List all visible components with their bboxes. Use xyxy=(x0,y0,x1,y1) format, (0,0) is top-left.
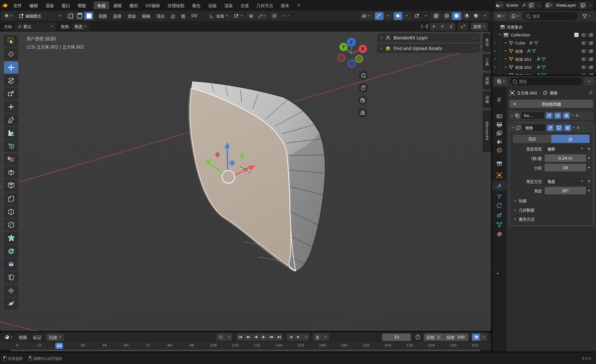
viewport-menu-视图[interactable]: 视图 xyxy=(96,13,110,19)
gizmo-dropdown[interactable] xyxy=(384,12,392,20)
shading-rendered-button[interactable] xyxy=(471,12,481,20)
jump-to-end-button[interactable] xyxy=(276,333,283,341)
viewport-menu-网格[interactable]: 网格 xyxy=(139,13,153,19)
rotate-tool[interactable] xyxy=(4,74,18,87)
timeline-menu-标记[interactable]: 标记 xyxy=(30,334,44,340)
jump-to-start-button[interactable] xyxy=(237,333,244,341)
viewlayer-icon[interactable] xyxy=(545,1,553,9)
auto-keying-toggle[interactable] xyxy=(216,333,225,341)
blender-logo-icon[interactable] xyxy=(0,3,9,8)
knife-tool[interactable] xyxy=(4,219,18,231)
animate-dot[interactable] xyxy=(588,157,590,159)
timeline-editor-type-dropdown[interactable] xyxy=(2,333,15,341)
pivot-point-dropdown[interactable] xyxy=(232,12,245,20)
outliner-row-柱体.003[interactable]: 柱体.003 xyxy=(494,71,596,75)
sidebar-tab-动画[interactable]: 动画 xyxy=(483,91,491,108)
sidebar-tab-条目[interactable]: 条目 xyxy=(483,33,491,52)
playhead[interactable]: 23 xyxy=(55,343,63,349)
frame-forward-button[interactable] xyxy=(295,333,302,341)
workspace-tab-建模[interactable]: 建模 xyxy=(110,1,125,9)
new-viewlayer-button[interactable] xyxy=(579,2,587,9)
pin-icon[interactable] xyxy=(522,3,526,7)
shear-tool[interactable] xyxy=(4,298,18,310)
face-select-mode-button[interactable] xyxy=(84,12,93,20)
add-workspace-button[interactable]: + xyxy=(293,2,304,9)
snap-with-dropdown[interactable] xyxy=(256,12,268,20)
cursor-tool[interactable] xyxy=(4,48,18,60)
next-keyframe-button[interactable] xyxy=(268,333,275,341)
mirror-axis-z-button[interactable]: Z xyxy=(447,22,455,31)
timeline-scrollbar[interactable] xyxy=(0,349,491,352)
menu-文件[interactable]: 文件 xyxy=(9,2,26,8)
show-gizmo-toggle[interactable] xyxy=(375,12,384,20)
use-preview-range-icon[interactable] xyxy=(415,334,420,340)
tool-options-dropdown[interactable]: 选项 xyxy=(471,22,488,31)
outliner-display-mode-dropdown[interactable] xyxy=(494,12,507,20)
breadcrumb-object[interactable]: 立方体.002 xyxy=(517,90,537,96)
play-button[interactable] xyxy=(260,333,267,341)
viewlayer-selector[interactable]: ViewLayer × xyxy=(545,1,594,9)
mode-dropdown[interactable]: 编辑模式 xyxy=(17,12,63,20)
shading-material-button[interactable] xyxy=(462,12,471,20)
viewport-menu-面[interactable]: 面 xyxy=(178,13,188,19)
editmode-toggle[interactable] xyxy=(547,125,554,131)
workspace-tab-着色[interactable]: 着色 xyxy=(188,1,204,9)
frame-back-button[interactable] xyxy=(287,333,294,341)
breadcrumb-modifier[interactable]: 倒角 xyxy=(550,90,557,96)
menu-编辑[interactable]: 编辑 xyxy=(26,2,42,8)
properties-tab-world[interactable] xyxy=(492,145,507,155)
sync-mode-button[interactable] xyxy=(472,333,480,341)
row-dropdown[interactable]: 偏移 xyxy=(545,145,586,152)
properties-tabs-overflow[interactable] xyxy=(497,270,499,275)
panel-grip[interactable]: ∷∷ xyxy=(472,36,477,40)
properties-tab-modifiers[interactable] xyxy=(492,181,507,191)
render-toggle[interactable] xyxy=(564,125,571,131)
panel-grip[interactable]: ∷∷ xyxy=(472,47,477,51)
render-toggle[interactable] xyxy=(563,112,570,119)
delete-modifier-button[interactable]: ✕ xyxy=(577,125,580,130)
auto-keying-dropdown[interactable] xyxy=(226,333,232,341)
viewlayer-name[interactable]: ViewLayer xyxy=(553,3,579,7)
modifier-bevel-row[interactable]: 倒角 ✕ ∷ xyxy=(510,123,593,132)
row-dropdown[interactable]: 角度 xyxy=(545,177,586,185)
pin-icon[interactable] xyxy=(588,91,593,95)
editor-type-dropdown[interactable] xyxy=(2,12,14,20)
animate-dot[interactable] xyxy=(588,180,590,182)
row-field[interactable]: 30° xyxy=(545,187,586,194)
viewport-menu-添加[interactable]: 添加 xyxy=(124,13,139,19)
animate-dot[interactable] xyxy=(588,148,590,149)
shrink-fatten-tool[interactable] xyxy=(4,285,18,297)
workspace-tab-脚本[interactable]: 脚本 xyxy=(277,1,293,9)
workspace-tab-布局[interactable]: 布局 xyxy=(94,1,109,9)
snap-toggle[interactable] xyxy=(246,12,255,20)
move-tool[interactable] xyxy=(4,61,18,74)
timeline-snap-dropdown[interactable] xyxy=(322,333,329,341)
viewport-menu-选择[interactable]: 选择 xyxy=(110,13,124,19)
workspace-tab-UV编辑[interactable]: UV编辑 xyxy=(142,1,163,9)
edit-gizmo-toggle[interactable] xyxy=(412,12,421,20)
current-frame-field[interactable]: 23 xyxy=(382,333,411,341)
workspace-tab-雕刻[interactable]: 雕刻 xyxy=(126,1,141,9)
outliner-row-柱体.002[interactable]: 柱体.002 xyxy=(494,63,596,71)
transform-tool[interactable] xyxy=(4,101,18,113)
edit-gizmo-dropdown[interactable] xyxy=(422,12,430,20)
outliner-row-柱体.001[interactable]: 柱体.001 xyxy=(494,55,596,63)
section-几何数据[interactable]: 几何数据 xyxy=(514,207,594,213)
sync-mode-dropdown[interactable] xyxy=(480,333,487,341)
modifier-name[interactable]: bo... xyxy=(521,112,544,119)
outliner-row-collection[interactable]: Collection✓ xyxy=(494,31,596,39)
modifier-extras-dropdown[interactable] xyxy=(572,115,574,116)
scene-name[interactable]: Scene xyxy=(504,3,521,7)
section-轮廓[interactable]: 轮廓 xyxy=(514,198,594,204)
play-reverse-button[interactable] xyxy=(252,333,260,341)
sidebar-tab-视图[interactable]: 视图 xyxy=(483,73,491,89)
modifier-name[interactable]: 倒角 xyxy=(522,124,545,131)
drag-dropdown[interactable]: 框选 xyxy=(72,22,89,31)
menu-渲染[interactable]: 渲染 xyxy=(42,2,58,8)
modifier-grip[interactable]: ∷ xyxy=(582,126,584,130)
outliner-row-柱体[interactable]: 柱体 xyxy=(494,47,596,55)
workspace-tab-几何节点[interactable]: 几何节点 xyxy=(253,1,277,9)
outliner-row-Cube[interactable]: Cube xyxy=(494,39,596,47)
xray-toggle[interactable] xyxy=(431,12,441,20)
affect-option-顶点[interactable]: 顶点 xyxy=(513,135,551,143)
